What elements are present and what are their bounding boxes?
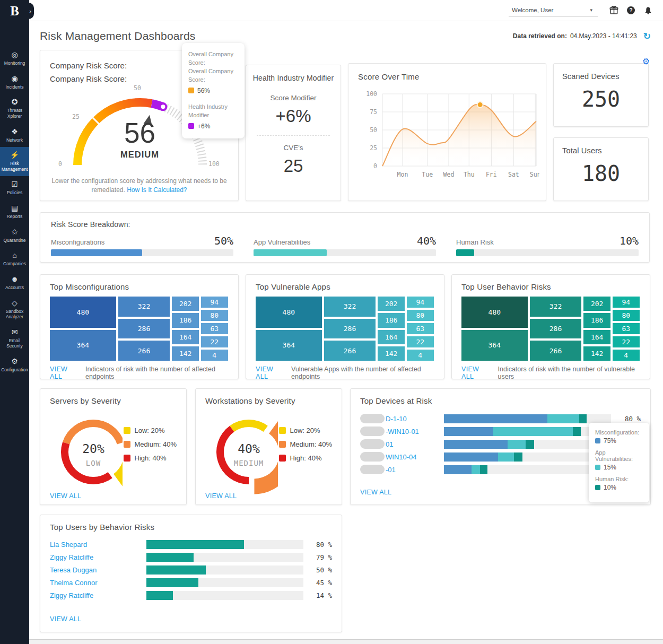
sidebar-item-network[interactable]: ❖Network [0, 124, 29, 147]
treemap-cell[interactable]: 4 [613, 350, 640, 361]
sidebar-item-risk-management[interactable]: ⚡Risk Management [0, 147, 29, 176]
user-menu-dropdown[interactable]: Welcome, User ▾ [509, 5, 598, 16]
treemap-cell[interactable]: 322 [118, 297, 170, 317]
tooltip-swatch [595, 485, 600, 490]
user-link[interactable]: Ziggy Ratcliffe [50, 591, 146, 599]
users-view-all-link[interactable]: VIEW ALL [50, 615, 81, 623]
treemap-column: 202186164142 [172, 297, 199, 361]
sidebar-item-accounts[interactable]: ☻Accounts [0, 271, 29, 295]
sidebar-item-quarantine[interactable]: ✩Quarantine [0, 224, 29, 248]
treemap-view-all-link[interactable]: VIEW ALL [461, 365, 491, 380]
treemap-cell[interactable]: 266 [530, 341, 582, 361]
treemap-cell[interactable]: 63 [201, 323, 228, 334]
treemap-cell[interactable]: 480 [50, 297, 116, 328]
sidebar-item-reports[interactable]: ▤Reports [0, 200, 29, 224]
legend-text: Medium: 40% [135, 440, 177, 448]
treemap-cell[interactable]: 164 [172, 330, 199, 344]
sidebar-item-email-security[interactable]: ✉Email Security [0, 324, 29, 353]
treemap-cell[interactable]: 322 [324, 297, 376, 317]
treemap-cell[interactable]: 266 [118, 341, 170, 361]
treemap-cell[interactable]: 80 [407, 310, 434, 321]
sidebar-item-incidents[interactable]: ◉Incidents [0, 71, 29, 94]
donut-slice-exploded[interactable] [114, 441, 122, 486]
treemap-cell[interactable]: 142 [172, 346, 199, 361]
treemap-cell[interactable]: 22 [201, 336, 228, 347]
sidebar-item-policies[interactable]: ☑Policies [0, 176, 29, 200]
treemap-cell[interactable]: 164 [583, 330, 610, 344]
sidebar-item-companies[interactable]: ⌂Companies [0, 247, 29, 271]
treemap-cell[interactable]: 80 [613, 310, 640, 321]
help-icon[interactable]: ? [626, 6, 635, 15]
treemap-cell[interactable]: 364 [461, 330, 528, 361]
dashboard-settings-gear-icon[interactable]: ⚙ [642, 56, 650, 66]
device-link[interactable]: -01 [386, 466, 396, 474]
treemap-cell[interactable]: 286 [324, 319, 376, 339]
top-devices-title: Top Devices at Risk [360, 396, 641, 405]
sidebar-item-monitoring[interactable]: ◎Monitoring [0, 47, 29, 71]
user-link[interactable]: Lia Shepard [50, 541, 146, 549]
devices-view-all-link[interactable]: VIEW ALL [360, 489, 391, 496]
treemap-view-all-link[interactable]: VIEW ALL [256, 365, 284, 380]
sidebar-item-sandbox-analyzer[interactable]: ◇Sandbox Analyzer [0, 295, 29, 324]
bell-icon[interactable] [643, 6, 652, 15]
treemap-cell[interactable]: 94 [613, 297, 640, 308]
treemap-cell[interactable]: 142 [378, 346, 405, 361]
treemap-cell[interactable]: 202 [583, 297, 610, 311]
how-calculated-link[interactable]: How Is It Calculated? [127, 186, 187, 194]
legend-swatch [124, 441, 130, 448]
user-bar-track [146, 591, 303, 600]
treemap-cell[interactable]: 286 [530, 319, 582, 339]
x-tick-label: Fri [486, 171, 497, 178]
overall-score-tooltip: Overall Company Score: Overall Company S… [182, 43, 245, 138]
treemap-cell[interactable]: 4 [201, 350, 228, 361]
treemap-cell[interactable]: 142 [583, 346, 610, 361]
treemap-cell[interactable]: 202 [172, 297, 199, 311]
treemap-cell[interactable]: 266 [324, 341, 376, 361]
device-bar-segment [472, 465, 480, 474]
device-link[interactable]: WIN10-04 [386, 453, 417, 461]
treemap-cell[interactable]: 63 [407, 323, 434, 334]
treemap-cell[interactable]: 63 [613, 323, 640, 334]
device-link[interactable]: D-1-10 [386, 415, 407, 423]
device-risk-tooltip: Misconfiguration:75%App Vulnerabilities:… [589, 423, 649, 502]
treemap-cell[interactable]: 164 [378, 330, 405, 344]
treemap-cell[interactable]: 186 [172, 313, 199, 327]
legend-item: Low: 20% [124, 427, 177, 434]
sidebar: B ◎Monitoring◉Incidents✪Threats Xplorer❖… [0, 0, 29, 644]
sidebar-collapse-toggle[interactable]: › [22, 3, 34, 19]
device-link[interactable]: -WIN10-01 [386, 428, 419, 436]
user-link[interactable]: Teresa Duggan [50, 566, 146, 574]
sidebar-item-threats-xplorer[interactable]: ✪Threats Xplorer [0, 94, 29, 123]
refresh-icon[interactable]: ↻ [643, 31, 651, 42]
treemap-cell[interactable]: 22 [613, 336, 640, 347]
treemap-cell[interactable]: 286 [118, 319, 170, 339]
user-link[interactable]: Ziggy Ratcliffe [50, 553, 146, 561]
treemap-cell[interactable]: 94 [407, 297, 434, 308]
treemap-cell[interactable]: 4 [407, 350, 434, 361]
treemap-cell[interactable]: 202 [378, 297, 405, 311]
donut-slice-exploded[interactable] [254, 421, 277, 494]
treemap-caption: Indicators of risk with the number of af… [85, 365, 229, 380]
treemap-cell[interactable]: 94 [201, 297, 228, 308]
treemap-cell[interactable]: 186 [378, 313, 405, 327]
x-tick-label: Mon [397, 171, 408, 178]
treemap-cell[interactable]: 80 [201, 310, 228, 321]
treemap-cell[interactable]: 22 [407, 336, 434, 347]
treemap-cell[interactable]: 186 [583, 313, 610, 327]
treemap-cell[interactable]: 322 [530, 297, 582, 317]
sidebar-item-configuration[interactable]: ⚙Configuration [0, 353, 29, 377]
treemap-cell[interactable]: 480 [461, 297, 528, 328]
treemap-cell[interactable]: 480 [256, 297, 322, 328]
treemap-view-all-link[interactable]: VIEW ALL [50, 365, 78, 380]
horizontal-scrollbar-track[interactable] [29, 639, 663, 644]
donut-slice[interactable] [66, 423, 121, 443]
user-link[interactable]: Thelma Connor [50, 579, 146, 587]
device-link[interactable]: 01 [386, 440, 393, 448]
treemap-column: 948063224 [201, 297, 228, 361]
tooltip-label: Misconfiguration: [595, 429, 643, 436]
gift-icon[interactable] [609, 6, 618, 15]
treemap-cell[interactable]: 364 [256, 330, 322, 361]
donut-slice[interactable] [232, 423, 265, 429]
treemap-cell[interactable]: 364 [50, 330, 116, 361]
breakdown-head: Misconfigurations50% [51, 234, 233, 247]
